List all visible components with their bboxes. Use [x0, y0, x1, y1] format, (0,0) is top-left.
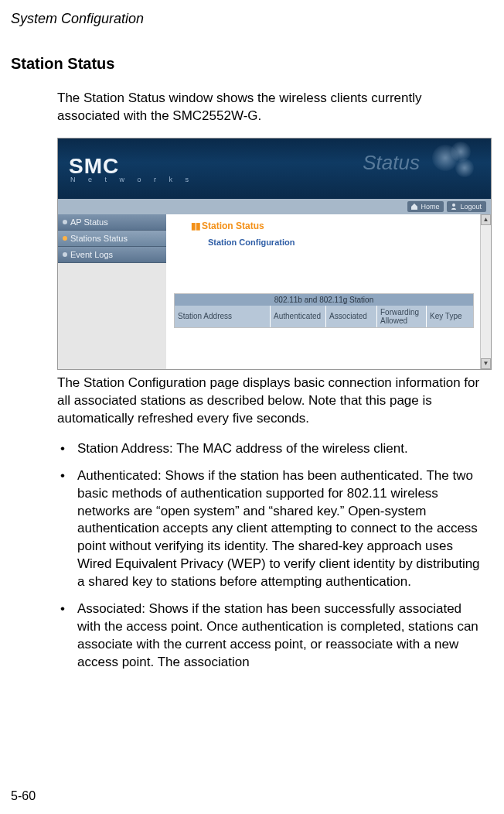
svg-point-0 — [452, 204, 455, 207]
panel-subheading: Station Configuration — [208, 238, 488, 247]
list-item: Authenticated: Shows if the station has … — [57, 467, 485, 592]
bullet-list: Station Address: The MAC address of the … — [57, 440, 485, 672]
app-banner: SMC N e t w o r k s Status — [58, 139, 491, 199]
main-panel: ▮▮Station Status Station Configuration 8… — [166, 214, 491, 369]
scroll-track[interactable] — [481, 225, 491, 358]
home-button[interactable]: Home — [407, 201, 444, 212]
post-screenshot-paragraph: The Station Configuration page displays … — [57, 375, 485, 428]
col-station-address: Station Address — [175, 306, 271, 327]
logout-button-label: Logout — [460, 203, 482, 210]
list-item: Associated: Shows if the station has bee… — [57, 600, 485, 672]
sidebar-item-ap-status[interactable]: AP Status — [58, 214, 166, 231]
station-table: 802.11b and 802.11g Station Station Addr… — [174, 293, 474, 328]
intro-paragraph: The Station Status window shows the wire… — [57, 90, 485, 125]
sidebar-item-event-logs[interactable]: Event Logs — [58, 247, 166, 263]
logout-button[interactable]: Logout — [447, 201, 486, 212]
col-associated: Associated — [326, 306, 377, 327]
sidebar-item-label: Stations Status — [70, 234, 128, 243]
page-number: 5-60 — [11, 789, 36, 803]
sidebar-item-label: AP Status — [70, 217, 108, 227]
panel-heading: ▮▮Station Status — [191, 221, 488, 231]
table-caption: 802.11b and 802.11g Station — [175, 294, 473, 306]
sidebar-item-stations-status[interactable]: Stations Status — [58, 231, 166, 247]
logout-icon — [450, 203, 458, 210]
panel-heading-text: Station Status — [202, 221, 264, 231]
home-icon — [410, 203, 418, 210]
banner-section-label: Status — [363, 151, 420, 175]
toolbar: Home Logout — [58, 199, 491, 214]
col-authenticated: Authenticated — [271, 306, 326, 327]
heading-ornament-icon: ▮▮ — [191, 221, 200, 231]
col-key-type: Key Type — [427, 306, 473, 327]
scroll-up-icon[interactable]: ▲ — [481, 214, 491, 225]
sidebar: AP Status Stations Status Event Logs — [58, 214, 166, 369]
running-header: System Configuration — [11, 11, 493, 27]
section-title: Station Status — [11, 55, 493, 73]
brand-logo-sub: N e t w o r k s — [70, 176, 194, 183]
scrollbar[interactable]: ▲ ▼ — [480, 214, 491, 369]
banner-decoration — [432, 142, 486, 180]
list-item: Station Address: The MAC address of the … — [57, 440, 485, 458]
col-forwarding-allowed: Forwarding Allowed — [377, 306, 427, 327]
embedded-screenshot: SMC N e t w o r k s Status Home — [57, 138, 492, 370]
sidebar-item-label: Event Logs — [70, 250, 113, 259]
table-header-row: Station Address Authenticated Associated… — [175, 306, 473, 327]
scroll-down-icon[interactable]: ▼ — [481, 358, 491, 369]
home-button-label: Home — [421, 203, 439, 210]
